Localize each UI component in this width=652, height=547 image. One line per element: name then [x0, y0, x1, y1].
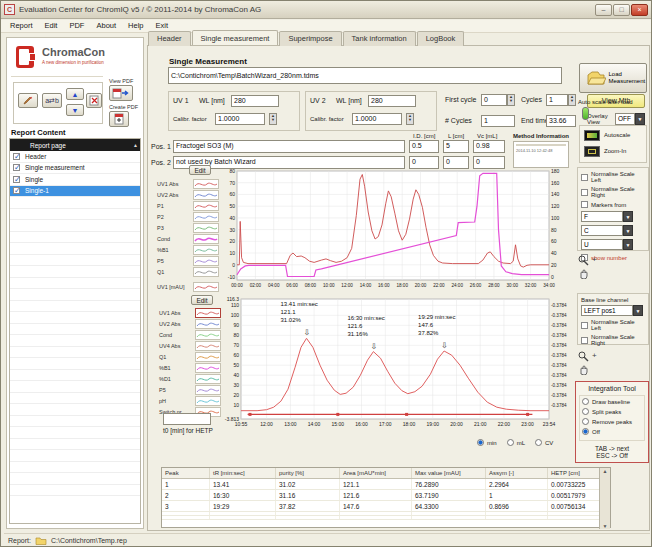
unit-radio-min[interactable]: min: [477, 439, 497, 446]
table-row[interactable]: 113.4131.02121.176.28902.29640.00733225: [162, 479, 610, 490]
legend-swatch[interactable]: [193, 212, 219, 222]
title-bar[interactable]: C Evaluation Center for ChromIQ v5 / © 2…: [1, 1, 651, 19]
report-row-empty[interactable]: [10, 220, 140, 232]
minimize-button[interactable]: –: [595, 4, 612, 16]
report-list-header[interactable]: Report page ▲: [10, 139, 140, 151]
table-header-cell-peak[interactable]: Peak: [162, 468, 210, 478]
table-scroll-down-icon[interactable]: ▼: [600, 523, 610, 529]
marker-combo-c[interactable]: C ▼: [581, 225, 633, 236]
report-row-empty[interactable]: [10, 416, 140, 428]
radio-icon[interactable]: [477, 439, 484, 446]
move-up-button[interactable]: ▲: [66, 88, 84, 100]
report-row-empty[interactable]: [10, 278, 140, 290]
uv2-calib-spinner[interactable]: ▲▼: [406, 113, 414, 125]
radio-icon[interactable]: [582, 408, 589, 415]
chevron-down-icon[interactable]: ▼: [635, 113, 645, 125]
legend-swatch[interactable]: [193, 267, 219, 277]
report-row-empty[interactable]: [10, 255, 140, 267]
legend-swatch[interactable]: [193, 282, 219, 292]
load-measurement-button[interactable]: Load Measurement: [579, 63, 647, 93]
autoscale-button[interactable]: Autoscale: [604, 132, 630, 138]
report-row-empty[interactable]: [10, 312, 140, 324]
legend-item-cond[interactable]: Cond: [157, 233, 219, 244]
legend-swatch[interactable]: [195, 341, 221, 351]
radio-icon[interactable]: [535, 439, 542, 446]
legend-swatch[interactable]: [193, 179, 219, 189]
report-row-checkbox[interactable]: [13, 176, 20, 183]
chevron-down-icon[interactable]: ▼: [623, 211, 633, 222]
report-row-checkbox[interactable]: [13, 153, 20, 160]
report-row-single[interactable]: Single: [10, 174, 140, 186]
zoom-in-button[interactable]: Zoom-In: [604, 148, 626, 154]
move-down-button[interactable]: ▼: [66, 104, 84, 116]
legend-item-p5[interactable]: P5: [157, 255, 219, 266]
uv2-calib-field[interactable]: 1.0000: [352, 113, 402, 125]
legend-swatch[interactable]: [193, 234, 219, 244]
report-row-empty[interactable]: [10, 381, 140, 393]
legend-swatch[interactable]: [193, 223, 219, 233]
legend-swatch[interactable]: [195, 352, 221, 362]
end-time-field[interactable]: 33.66: [546, 115, 576, 127]
normalise-left-checkbox[interactable]: [581, 174, 588, 181]
chevron-down-icon[interactable]: ▼: [623, 239, 633, 250]
unit-radio-cv[interactable]: CV: [535, 439, 553, 446]
tab-header[interactable]: Header: [148, 31, 191, 46]
pos1-id-field[interactable]: 0.5: [409, 140, 439, 153]
legend-swatch[interactable]: [193, 201, 219, 211]
integration-option-draw-baseline[interactable]: Draw baseline: [582, 398, 642, 405]
menu-item-about[interactable]: About: [90, 20, 122, 32]
magnifier-plus-icon[interactable]: [578, 255, 589, 266]
radio-icon[interactable]: [582, 418, 589, 425]
table-row[interactable]: 319:2937.82147.664.33000.86960.00756134: [162, 501, 610, 512]
legend-item-ph[interactable]: pH: [159, 395, 221, 406]
radio-icon[interactable]: [507, 439, 514, 446]
table-header-cell-tr-min-sec[interactable]: tR [min:sec]: [210, 468, 276, 478]
plus-icon[interactable]: +: [592, 351, 597, 362]
table-scroll-up-icon[interactable]: ▲: [600, 468, 610, 474]
legend-swatch[interactable]: [193, 256, 219, 266]
legend-swatch[interactable]: [195, 319, 221, 329]
menu-item-edit[interactable]: Edit: [39, 20, 64, 32]
table-row[interactable]: 216:3031.16121.663.719010.00517979: [162, 490, 610, 501]
report-row-empty[interactable]: [10, 370, 140, 382]
delete-page-button[interactable]: [86, 93, 102, 108]
report-row-empty[interactable]: [10, 462, 140, 474]
legend-swatch[interactable]: [195, 308, 221, 318]
legend-swatch[interactable]: [193, 245, 219, 255]
legend-item-b1[interactable]: %B1: [159, 362, 221, 373]
legend-item-p2[interactable]: P2: [157, 211, 219, 222]
chart1-plot[interactable]: 00:0002:0004:0006:0008:0010:0012:0014:00…: [221, 167, 575, 293]
cycles-field[interactable]: 1: [546, 94, 568, 106]
radio-icon[interactable]: [582, 428, 589, 435]
chart2-edit-button[interactable]: Edit: [191, 295, 213, 305]
num-cycles-field[interactable]: 1: [481, 115, 515, 127]
report-row-empty[interactable]: [10, 347, 140, 359]
legend-swatch[interactable]: [193, 190, 219, 200]
table-header-cell-max-value-mau[interactable]: Max value [mAU]: [412, 468, 486, 478]
report-row-empty[interactable]: [10, 335, 140, 347]
report-row-empty[interactable]: [10, 404, 140, 416]
file-path-field[interactable]: C:\Contichrom\Temp\BatchWizard_280nm.tdm…: [168, 67, 562, 84]
edit-report-button[interactable]: [18, 93, 38, 108]
chart2-plot[interactable]: 10:5512:0013:0014:0015:0016:0017:0018:00…: [221, 295, 575, 435]
normalise-right-checkbox[interactable]: [581, 189, 588, 196]
report-row-empty[interactable]: [10, 324, 140, 336]
plus-icon[interactable]: +: [592, 255, 597, 266]
legend-item-cond[interactable]: Cond: [159, 329, 221, 340]
legend-item-p1[interactable]: P1: [157, 200, 219, 211]
integration-option-split-peaks[interactable]: Split peaks: [582, 408, 642, 415]
report-row-empty[interactable]: [10, 358, 140, 370]
hand-tool-icon[interactable]: [578, 364, 589, 375]
close-button[interactable]: ×: [631, 4, 648, 16]
report-row-single-measurement[interactable]: Single measurement: [10, 163, 140, 175]
report-row-checkbox[interactable]: [13, 164, 20, 171]
uv1-calib-spinner[interactable]: ▲▼: [269, 113, 277, 125]
radio-icon[interactable]: [582, 398, 589, 405]
legend-swatch[interactable]: [195, 330, 221, 340]
cycles-spinner[interactable]: ▲▼: [568, 94, 576, 106]
swap-items-button[interactable]: a⇄b: [42, 93, 62, 108]
report-row-checkbox[interactable]: [13, 187, 20, 194]
report-row-empty[interactable]: [10, 232, 140, 244]
autoscale-after-load-toggle[interactable]: [582, 107, 589, 120]
baseline-normalise-left-checkbox[interactable]: [581, 322, 588, 329]
